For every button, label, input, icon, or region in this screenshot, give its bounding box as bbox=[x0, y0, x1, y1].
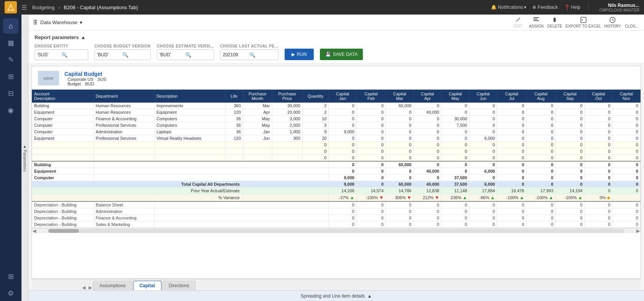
sidebar-item-home[interactable]: ⌂ bbox=[3, 18, 18, 34]
estimate-label: CHOOSE ESTIMATE VERSI... bbox=[157, 44, 214, 48]
depreciation-row[interactable]: Depreciation - Building Administration 0… bbox=[32, 208, 641, 215]
breadcrumb: Budgeting › B208 - Capital (Assumptions … bbox=[32, 5, 138, 10]
help-button[interactable]: ❓ Help bbox=[564, 5, 581, 10]
table-row[interactable]: Equipment Professional Services Virtual … bbox=[32, 135, 641, 142]
summary-row-equipment: Equipment 0 0 0 40,000 0 6,000 0 0 0 bbox=[32, 168, 641, 175]
scroll-right-arrow[interactable]: ▶ bbox=[636, 228, 641, 234]
sidebar-item-modules[interactable]: ⊞ bbox=[3, 269, 18, 284]
depreciation-row[interactable]: Depreciation - Building Sales & Marketin… bbox=[32, 221, 641, 228]
col-cap-jul: CapitalJul bbox=[497, 90, 526, 103]
feedback-button[interactable]: ⊕ Feedback bbox=[532, 5, 558, 10]
depreciation-row[interactable]: Depreciation - Building Balance Sheet 00… bbox=[32, 201, 641, 208]
sheet-header: solver Capital Budget Corporate US SUS B… bbox=[32, 66, 641, 90]
svg-rect-5 bbox=[581, 17, 586, 23]
col-desc: Description bbox=[154, 90, 225, 103]
svg-rect-3 bbox=[534, 19, 537, 20]
notifications-button[interactable]: 🔔 Notifications ▾ bbox=[491, 5, 526, 10]
breadcrumb-separator: › bbox=[58, 5, 60, 10]
params-row: CHOOSE ENTITY 'SUS' 🔍 CHOOSE BUDGET VERS… bbox=[35, 44, 638, 60]
sidebar-item-reports[interactable]: ▦ bbox=[3, 35, 18, 51]
sidebar-item-users[interactable]: ◉ bbox=[3, 103, 18, 118]
breadcrumb-current: B208 - Capital (Assumptions Tab) bbox=[64, 5, 138, 10]
col-cap-mar: CapitalMar bbox=[386, 90, 414, 103]
depreciation-row[interactable]: Depreciation - Building Finance & Accoun… bbox=[32, 215, 641, 221]
tab-directions[interactable]: Directions bbox=[162, 281, 196, 290]
budget-input[interactable]: 'BUD' 🔍 bbox=[94, 49, 151, 60]
variance-row: % Variance -37%▲ -100%▼ 306%▼ 212%▼ 236%… bbox=[32, 194, 641, 202]
sidebar-item-table[interactable]: ⊞ bbox=[3, 69, 18, 84]
horizontal-scrollbar[interactable]: ◀ ▶ bbox=[32, 228, 641, 233]
user-profile[interactable]: Nils Rasmus... CMP/CLOUD MASTER bbox=[600, 3, 639, 12]
spreadsheet-area: solver Capital Budget Corporate US SUS B… bbox=[28, 64, 644, 290]
estimate-input[interactable]: 'BUD' 🔍 bbox=[157, 49, 214, 60]
table-row[interactable]: Building Human Resources Improvements 36… bbox=[32, 103, 641, 109]
col-purchase-month: PurchaseMonth bbox=[243, 90, 272, 103]
sheet-title: Capital Budget bbox=[64, 71, 106, 77]
spreadsheet-wrapper[interactable]: solver Capital Budget Corporate US SUS B… bbox=[31, 66, 641, 279]
delete-button[interactable]: DELETE bbox=[547, 16, 562, 28]
sidebar-item-tasks[interactable]: ✎ bbox=[3, 52, 18, 67]
parameters-sidebar-tab[interactable]: ▲ Parameters bbox=[21, 15, 28, 301]
data-table: AccountDescription Department Descriptio… bbox=[32, 90, 641, 228]
col-cap-may: CapitalMay bbox=[441, 90, 469, 103]
save-data-button[interactable]: 💾 SAVE DATA bbox=[320, 49, 363, 60]
table-row[interactable]: Computer Finance & Accounting Computers … bbox=[32, 116, 641, 122]
col-dept: Department bbox=[94, 90, 154, 103]
data-warehouse-selector[interactable]: 🗄 Data Warehouse ▾ bbox=[33, 20, 82, 25]
hamburger-menu[interactable]: ☰ bbox=[21, 4, 27, 11]
tab-scroll-left[interactable]: ◀ bbox=[81, 285, 86, 290]
close-button[interactable]: CLOS... bbox=[624, 16, 639, 28]
table-row[interactable]: Computer Professional Services Computers… bbox=[32, 122, 641, 129]
estimate-param: CHOOSE ESTIMATE VERSI... 'BUD' 🔍 bbox=[157, 44, 214, 60]
total-capital-row: Total Capital All Departments 9,000 0 60… bbox=[32, 181, 641, 188]
main-content: 🗄 Data Warehouse ▾ EDIT ASSIGN DELETE EX… bbox=[28, 15, 644, 301]
history-button[interactable]: HISTORY bbox=[604, 16, 621, 28]
col-life: Life bbox=[225, 90, 243, 103]
tab-scroll-right[interactable]: ▶ bbox=[88, 285, 93, 290]
last-actual-input[interactable]: 202109 🔍 bbox=[220, 49, 278, 60]
budget-label: CHOOSE BUDGET VERSION bbox=[94, 44, 151, 48]
summary-row-building: Building 0 0 60,000 0 0 0 0 0 0 bbox=[32, 161, 641, 168]
table-row-empty[interactable]: 0 00000000000 bbox=[32, 155, 641, 162]
sheet-sub1: Corporate US SUS bbox=[64, 77, 106, 82]
table-row-empty[interactable]: 0 00000000000 bbox=[32, 148, 641, 155]
entity-search-icon[interactable]: 🔍 bbox=[61, 52, 86, 58]
user-name: Nils Rasmus... bbox=[608, 3, 639, 8]
table-container[interactable]: AccountDescription Department Descriptio… bbox=[32, 90, 641, 228]
col-cap-apr: CapitalApr bbox=[413, 90, 441, 103]
col-cap-oct: CapitalOct bbox=[585, 90, 613, 103]
data-warehouse-label: Data Warehouse bbox=[40, 20, 77, 25]
scrollbar-track[interactable] bbox=[48, 229, 624, 233]
spreading-arrow: ▲ bbox=[367, 293, 372, 299]
col-cap-sep: CapitalSep bbox=[555, 90, 585, 103]
svg-rect-4 bbox=[534, 20, 539, 21]
table-row[interactable]: Equipment Human Resources Equipment 120 … bbox=[32, 109, 641, 116]
params-title[interactable]: Report parameters ▲ bbox=[35, 34, 638, 40]
cell-desc: Improvements bbox=[154, 103, 225, 109]
sheet-sub2: Budget BUD bbox=[64, 82, 106, 86]
col-cap-jun: CapitalJun bbox=[469, 90, 497, 103]
run-button[interactable]: ▶ RUN bbox=[285, 49, 314, 60]
spreading-bar[interactable]: Spreading and Line item details ▲ bbox=[28, 290, 644, 301]
breadcrumb-start[interactable]: Budgeting bbox=[32, 5, 55, 10]
data-warehouse-icon: 🗄 bbox=[33, 20, 38, 25]
toolbar: 🗄 Data Warehouse ▾ EDIT ASSIGN DELETE EX… bbox=[28, 15, 644, 31]
budget-search-icon[interactable]: 🔍 bbox=[122, 52, 148, 58]
tab-capital[interactable]: Capital bbox=[133, 281, 161, 290]
tab-assumptions[interactable]: Assumptions bbox=[93, 281, 132, 290]
table-header-row: AccountDescription Department Descriptio… bbox=[32, 90, 641, 103]
sidebar-item-settings[interactable]: ⚙ bbox=[3, 286, 18, 301]
entity-input[interactable]: 'SUS' 🔍 bbox=[35, 49, 88, 60]
export-excel-button[interactable]: EXPORT TO EXCEL bbox=[565, 16, 601, 28]
assign-button[interactable]: ASSIGN bbox=[529, 16, 544, 28]
table-row[interactable]: Computer Administration Laptops 36 Jan 1… bbox=[32, 129, 641, 135]
estimate-search-icon[interactable]: 🔍 bbox=[185, 52, 211, 58]
last-actual-search-icon[interactable]: 🔍 bbox=[249, 52, 276, 58]
edit-button[interactable]: EDIT bbox=[510, 16, 525, 28]
budget-param: CHOOSE BUDGET VERSION 'BUD' 🔍 bbox=[94, 44, 151, 60]
scrollbar-thumb[interactable] bbox=[48, 229, 79, 233]
table-row-empty[interactable]: 0 00000000000 bbox=[32, 142, 641, 148]
sidebar-item-calc[interactable]: ⊟ bbox=[3, 86, 18, 101]
sheet-title-block: Capital Budget Corporate US SUS Budget B… bbox=[64, 71, 106, 86]
scroll-left-arrow[interactable]: ◀ bbox=[32, 228, 37, 234]
